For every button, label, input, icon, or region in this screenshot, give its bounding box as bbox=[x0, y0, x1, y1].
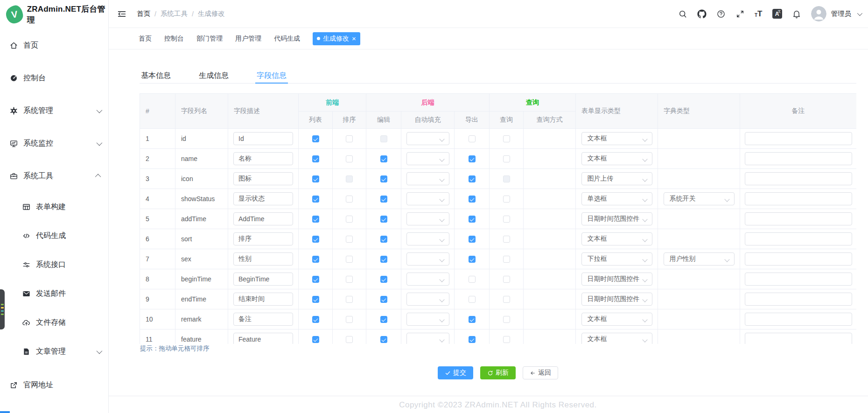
list-checkbox-checked[interactable] bbox=[312, 316, 319, 323]
sidebar-item-6[interactable]: 代码生成 bbox=[0, 221, 108, 250]
edit-checkbox-checked[interactable] bbox=[380, 175, 387, 182]
left-edge-widget[interactable] bbox=[0, 289, 5, 329]
sort-checkbox-unchecked[interactable] bbox=[346, 276, 353, 283]
breadcrumb-home[interactable]: 首页 bbox=[137, 9, 150, 18]
remark-input[interactable] bbox=[745, 192, 852, 205]
list-checkbox-checked[interactable] bbox=[312, 336, 319, 343]
tag-5[interactable]: 生成修改× bbox=[313, 32, 360, 45]
form-type-select[interactable]: 文本框 bbox=[581, 333, 652, 344]
remark-input[interactable] bbox=[745, 132, 852, 145]
remark-input[interactable] bbox=[745, 333, 852, 344]
font-size-icon[interactable]: TT bbox=[755, 10, 763, 18]
field-desc-input[interactable] bbox=[233, 293, 293, 306]
export-checkbox-unchecked[interactable] bbox=[469, 135, 476, 142]
remark-input[interactable] bbox=[745, 293, 852, 306]
query-checkbox-unchecked[interactable] bbox=[503, 336, 510, 343]
query-checkbox-unchecked[interactable] bbox=[503, 236, 510, 243]
edit-checkbox-checked[interactable] bbox=[380, 336, 387, 343]
query-checkbox-unchecked[interactable] bbox=[503, 316, 510, 323]
remark-input[interactable] bbox=[745, 212, 852, 225]
autofill-select[interactable] bbox=[406, 152, 449, 165]
remark-input[interactable] bbox=[745, 232, 852, 245]
edit-checkbox-checked[interactable] bbox=[380, 296, 387, 303]
sort-checkbox-unchecked[interactable] bbox=[346, 336, 353, 343]
query-checkbox-unchecked[interactable] bbox=[503, 276, 510, 283]
sidebar-item-5[interactable]: 表单构建 bbox=[0, 192, 108, 221]
export-checkbox-unchecked[interactable] bbox=[469, 296, 476, 303]
form-type-select[interactable]: 文本框 bbox=[581, 132, 652, 145]
field-desc-input[interactable] bbox=[233, 273, 293, 286]
export-checkbox-checked[interactable] bbox=[469, 336, 476, 343]
tab-field-info[interactable]: 字段信息 bbox=[255, 69, 288, 84]
sidebar-item-10[interactable]: 文章管理 bbox=[0, 337, 108, 366]
query-checkbox-unchecked[interactable] bbox=[503, 296, 510, 303]
dict-type-select[interactable]: 系统开关 bbox=[664, 192, 735, 205]
autofill-select[interactable] bbox=[406, 172, 449, 185]
translate-icon[interactable]: A文 bbox=[772, 9, 782, 19]
breadcrumb-system-tools[interactable]: 系统工具 bbox=[161, 9, 188, 18]
dict-type-select[interactable]: 用户性别 bbox=[664, 252, 735, 266]
sort-checkbox-unchecked[interactable] bbox=[346, 296, 353, 303]
query-checkbox-unchecked[interactable] bbox=[503, 256, 510, 263]
field-desc-input[interactable] bbox=[233, 232, 293, 245]
field-desc-input[interactable] bbox=[233, 132, 293, 145]
tab-basic-info[interactable]: 基本信息 bbox=[140, 69, 172, 84]
autofill-select[interactable] bbox=[406, 192, 449, 205]
field-desc-input[interactable] bbox=[233, 212, 293, 225]
edit-checkbox-checked[interactable] bbox=[380, 155, 387, 162]
query-checkbox-unchecked[interactable] bbox=[503, 216, 510, 223]
form-type-select[interactable]: 单选框 bbox=[581, 192, 652, 205]
question-icon[interactable] bbox=[716, 9, 726, 19]
sort-checkbox-unchecked[interactable] bbox=[346, 256, 353, 263]
field-desc-input[interactable] bbox=[233, 313, 293, 326]
sort-checkbox-unchecked[interactable] bbox=[346, 135, 353, 142]
form-type-select[interactable]: 文本框 bbox=[581, 313, 652, 326]
list-checkbox-checked[interactable] bbox=[312, 155, 319, 162]
autofill-select[interactable] bbox=[406, 313, 449, 326]
sidebar-item-11[interactable]: 官网地址 bbox=[0, 369, 108, 401]
sidebar-item-7[interactable]: 系统接口 bbox=[0, 250, 108, 279]
form-type-select[interactable]: 图片上传 bbox=[581, 172, 652, 185]
search-icon[interactable] bbox=[678, 9, 687, 19]
list-checkbox-checked[interactable] bbox=[312, 175, 319, 182]
autofill-select[interactable] bbox=[406, 132, 449, 145]
autofill-select[interactable] bbox=[406, 232, 449, 245]
export-checkbox-checked[interactable] bbox=[469, 236, 476, 243]
remark-input[interactable] bbox=[745, 313, 852, 326]
list-checkbox-checked[interactable] bbox=[312, 236, 319, 243]
chevron-down-icon[interactable] bbox=[857, 10, 862, 15]
field-desc-input[interactable] bbox=[233, 333, 293, 344]
edit-checkbox-checked[interactable] bbox=[380, 316, 387, 323]
autofill-select[interactable] bbox=[406, 212, 449, 225]
form-type-select[interactable]: 文本框 bbox=[581, 152, 652, 165]
autofill-select[interactable] bbox=[406, 293, 449, 306]
tag-2[interactable]: 部门管理 bbox=[196, 35, 223, 43]
export-checkbox-checked[interactable] bbox=[469, 216, 476, 223]
list-checkbox-checked[interactable] bbox=[312, 135, 319, 142]
list-checkbox-checked[interactable] bbox=[312, 296, 319, 303]
username[interactable]: 管理员 bbox=[831, 9, 852, 18]
autofill-select[interactable] bbox=[406, 252, 449, 266]
back-button[interactable]: 返回 bbox=[523, 366, 558, 379]
sort-checkbox-unchecked[interactable] bbox=[346, 196, 353, 203]
export-checkbox-checked[interactable] bbox=[469, 316, 476, 323]
edit-checkbox-checked[interactable] bbox=[380, 216, 387, 223]
form-type-select[interactable]: 文本框 bbox=[581, 232, 652, 245]
remark-input[interactable] bbox=[745, 172, 852, 185]
autofill-select[interactable] bbox=[406, 333, 449, 344]
field-desc-input[interactable] bbox=[233, 252, 293, 266]
github-icon[interactable] bbox=[697, 9, 707, 19]
edit-checkbox-checked[interactable] bbox=[380, 276, 387, 283]
form-type-select[interactable]: 日期时间范围控件 bbox=[581, 293, 652, 306]
export-checkbox-checked[interactable] bbox=[469, 175, 476, 182]
remark-input[interactable] bbox=[745, 273, 852, 286]
fullscreen-icon[interactable] bbox=[735, 9, 745, 19]
tab-generate-info[interactable]: 生成信息 bbox=[197, 69, 230, 84]
list-checkbox-checked[interactable] bbox=[312, 256, 319, 263]
sidebar-item-8[interactable]: 发送邮件 bbox=[0, 279, 108, 308]
query-checkbox-unchecked[interactable] bbox=[503, 135, 510, 142]
sidebar-item-4[interactable]: 系统工具 bbox=[0, 160, 108, 192]
sidebar-item-0[interactable]: 首页 bbox=[0, 29, 108, 62]
edit-checkbox-checked[interactable] bbox=[380, 236, 387, 243]
field-desc-input[interactable] bbox=[233, 152, 293, 165]
